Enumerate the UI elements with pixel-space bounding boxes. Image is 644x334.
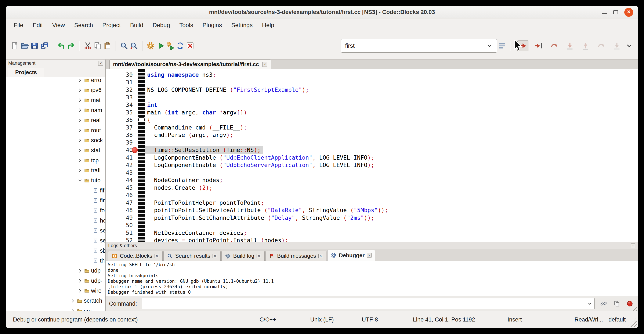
tree-item[interactable]: udp-: [6, 276, 106, 286]
chevron-right-icon[interactable]: [77, 118, 83, 123]
close-icon[interactable]: [318, 254, 323, 258]
line-number[interactable]: 49: [106, 214, 133, 222]
tree-item[interactable]: se: [6, 226, 106, 236]
close-icon[interactable]: [262, 62, 268, 67]
line-number[interactable]: 34: [106, 101, 133, 109]
copy-log-button[interactable]: [612, 299, 621, 308]
tree-item[interactable]: sock: [6, 135, 106, 145]
chevron-right-icon[interactable]: [77, 278, 83, 283]
step-into-instruction-button[interactable]: [612, 40, 622, 51]
abort-build-button[interactable]: [186, 40, 194, 51]
editor-tab[interactable]: mnt/dev/tools/source/ns-3-dev/examples/t…: [110, 60, 271, 69]
menu-help[interactable]: Help: [258, 20, 279, 30]
tree-item[interactable]: udp: [6, 266, 106, 276]
tab-projects[interactable]: Projects: [8, 68, 44, 77]
new-file-button[interactable]: [10, 40, 19, 51]
line-number[interactable]: 46: [106, 191, 133, 199]
line-number[interactable]: 47: [106, 199, 133, 207]
run-button[interactable]: [156, 40, 165, 51]
tree-item[interactable]: stat: [6, 145, 106, 155]
minimize-icon[interactable]: [602, 13, 607, 14]
line-number[interactable]: 48: [106, 206, 133, 214]
menu-tools[interactable]: Tools: [175, 20, 198, 30]
line-number[interactable]: 41: [106, 154, 133, 161]
menu-edit[interactable]: Edit: [28, 20, 48, 30]
menu-view[interactable]: View: [48, 20, 70, 30]
close-icon[interactable]: [624, 8, 633, 17]
tree-item[interactable]: src: [6, 306, 106, 311]
redo-button[interactable]: [66, 40, 75, 51]
line-number[interactable]: 50: [106, 221, 133, 229]
fold-marker[interactable]: [139, 117, 144, 123]
next-instruction-button[interactable]: [596, 40, 607, 51]
line-number[interactable]: 44: [106, 176, 133, 184]
tree-item[interactable]: tcp: [6, 156, 106, 166]
tree-item[interactable]: nam: [6, 105, 106, 115]
menu-search[interactable]: Search: [70, 20, 98, 30]
close-icon[interactable]: [631, 243, 635, 248]
find-button[interactable]: [120, 40, 128, 51]
step-into-button[interactable]: [564, 40, 576, 51]
log-tab-search-results[interactable]: Search results: [164, 251, 220, 261]
toolbar-overflow-button[interactable]: [625, 40, 634, 51]
replace-button[interactable]: [130, 40, 138, 51]
tree-item[interactable]: trafl: [6, 166, 106, 175]
incremental-search-options-button[interactable]: [497, 40, 506, 51]
build-button[interactable]: [146, 40, 155, 51]
chevron-right-icon[interactable]: [77, 138, 83, 143]
save-file-button[interactable]: [30, 40, 39, 51]
rebuild-button[interactable]: [176, 40, 184, 51]
tree-item[interactable]: rout: [6, 125, 106, 135]
chevron-right-icon[interactable]: [77, 107, 83, 113]
chevron-down-icon[interactable]: [77, 178, 83, 183]
chevron-down-icon[interactable]: [486, 43, 493, 49]
menu-plugins[interactable]: Plugins: [198, 20, 227, 30]
save-all-files-button[interactable]: [40, 40, 49, 51]
chevron-right-icon[interactable]: [77, 268, 83, 274]
chevron-right-icon[interactable]: [77, 98, 83, 103]
menu-build[interactable]: Build: [125, 20, 148, 30]
close-icon[interactable]: [98, 61, 103, 66]
chevron-right-icon[interactable]: [77, 128, 83, 133]
tree-item[interactable]: fif: [6, 186, 106, 196]
command-input[interactable]: [142, 298, 585, 309]
line-number[interactable]: 42: [106, 161, 133, 169]
tree-item[interactable]: erro: [6, 77, 106, 85]
menu-project[interactable]: Project: [98, 20, 125, 30]
search-combobox[interactable]: first: [341, 39, 497, 53]
tree-item[interactable]: th: [6, 256, 106, 266]
line-number[interactable]: 38: [106, 131, 133, 139]
tree-item[interactable]: se: [6, 236, 106, 246]
step-out-button[interactable]: [580, 40, 591, 51]
line-number[interactable]: 30: [106, 71, 133, 79]
stop-debugger-button[interactable]: [626, 299, 634, 308]
line-number[interactable]: 45: [106, 184, 133, 192]
chevron-right-icon[interactable]: [77, 288, 83, 293]
close-icon[interactable]: [256, 254, 261, 258]
run-to-cursor-button[interactable]: [533, 40, 544, 51]
chevron-right-icon[interactable]: [77, 78, 83, 83]
line-number[interactable]: 35: [106, 109, 133, 116]
close-icon[interactable]: [367, 253, 372, 258]
debug-continue-button[interactable]: [518, 40, 528, 51]
tree-item[interactable]: fir: [6, 196, 106, 206]
command-dropdown-button[interactable]: [585, 298, 594, 309]
tree-item[interactable]: tuto: [6, 175, 106, 185]
line-number[interactable]: 43: [106, 169, 133, 177]
tree-item[interactable]: six: [6, 246, 106, 256]
line-number[interactable]: 39: [106, 139, 133, 146]
log-tab-debugger[interactable]: Debugger: [327, 250, 375, 261]
log-tab-build-messages[interactable]: Build messages: [266, 251, 326, 261]
undo-button[interactable]: [57, 40, 66, 51]
line-number[interactable]: 40: [106, 146, 133, 154]
menu-file[interactable]: File: [9, 20, 28, 30]
tree-item[interactable]: he: [6, 216, 106, 226]
line-number[interactable]: 32: [106, 86, 133, 94]
cut-button[interactable]: [83, 40, 92, 51]
build-and-run-button[interactable]: [166, 40, 175, 51]
paste-button[interactable]: [103, 40, 112, 51]
line-number[interactable]: 33: [106, 94, 133, 101]
titlebar[interactable]: mnt/dev/tools/source/ns-3-dev/examples/t…: [6, 6, 638, 19]
line-number[interactable]: 51: [106, 229, 133, 237]
tree-item[interactable]: fo: [6, 206, 106, 215]
